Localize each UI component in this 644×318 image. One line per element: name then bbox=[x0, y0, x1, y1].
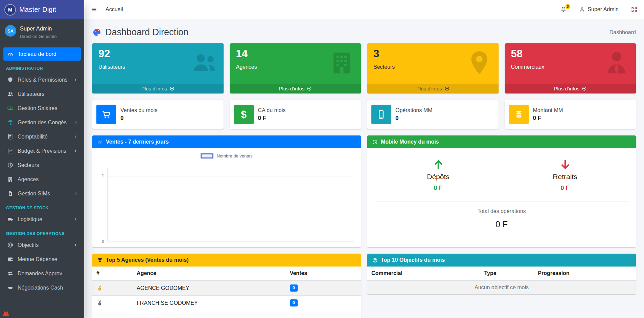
chart-line-icon bbox=[97, 139, 103, 145]
truck-icon bbox=[6, 216, 15, 222]
sidebar-item-utilisateurs[interactable]: Utilisateurs bbox=[3, 87, 81, 101]
arrow-up-icon bbox=[375, 158, 502, 171]
sidebar-item-logistique[interactable]: Logistique bbox=[3, 213, 81, 226]
sales-chart-header: Ventes - 7 derniers jours bbox=[92, 135, 361, 148]
user-name: Super Admin bbox=[20, 25, 56, 32]
handshake-icon bbox=[6, 284, 15, 291]
sidebar-item-agences[interactable]: Agences bbox=[3, 173, 81, 186]
users-icon bbox=[6, 91, 15, 97]
legend-swatch bbox=[201, 153, 213, 158]
sidebar-item-secteurs[interactable]: Secteurs bbox=[3, 158, 81, 172]
user-role: Direction Générale bbox=[20, 34, 56, 39]
total-operations-value: 0 F bbox=[375, 219, 628, 229]
trophy-icon bbox=[97, 257, 103, 263]
silver-medal-icon bbox=[96, 300, 103, 306]
arrow-circle-right-icon bbox=[307, 86, 312, 91]
sidebar-item-gestion-salaires[interactable]: Gestion Salaires bbox=[3, 102, 81, 115]
sidebar-item-menue-depense[interactable]: Menue Dépense bbox=[3, 253, 81, 266]
sim-card-icon bbox=[6, 190, 15, 197]
sidebar-item-demandes-approv[interactable]: Demandes Approv. bbox=[3, 267, 81, 280]
more-info-link[interactable]: Plus d'infos bbox=[230, 84, 361, 93]
sidebar-menu: Tableau de bord ADMINISTRATION Rôles & P… bbox=[0, 44, 84, 318]
main-area: Accueil 3 Super Admin bbox=[84, 0, 644, 318]
mobile-icon bbox=[371, 105, 391, 124]
info-box-ventes-du-mois: Ventes du mois 0 bbox=[92, 100, 224, 129]
sidebar: M Master Digit SA Super Admin Direction … bbox=[0, 0, 84, 318]
stat-card-utilisateurs: 92 Utilisateurs Plus d'infos bbox=[92, 43, 224, 93]
wallet-icon bbox=[6, 256, 15, 262]
chevron-left-icon bbox=[73, 217, 78, 222]
agence-name: FRANCHISE GODOMEY bbox=[133, 296, 286, 311]
sidebar-section-gestion-operations: GESTION DES OPERATIONS bbox=[3, 227, 81, 238]
sidebar-item-comptabilite[interactable]: Comptabilité bbox=[3, 130, 81, 143]
sidebar-item-negociations-cash[interactable]: Négociations Cash bbox=[3, 281, 81, 294]
chevron-left-icon bbox=[73, 191, 78, 196]
user-menu[interactable]: Super Admin bbox=[579, 6, 619, 13]
sidebar-item-tableau-de-bord[interactable]: Tableau de bord bbox=[3, 47, 81, 61]
gauge-icon bbox=[6, 51, 15, 57]
top-objectifs-table: Commercial Type Progression Aucun object… bbox=[367, 267, 636, 294]
arrow-circle-right-icon bbox=[582, 86, 587, 91]
sidebar-section-gestion-stock: GESTION DE STOCK bbox=[3, 201, 81, 213]
arrow-circle-right-icon bbox=[444, 86, 450, 91]
agence-name: AGENCE GODOMEY bbox=[133, 280, 286, 296]
info-box-operations-mm: Opérations MM 0 bbox=[367, 100, 499, 129]
sidebar-item-roles-permissions[interactable]: Rôles & Permissions bbox=[3, 73, 81, 86]
ventes-badge: 0 bbox=[290, 284, 298, 292]
content: Dashboard Direction Dashboard 92 Utilisa… bbox=[84, 19, 644, 318]
bullseye-icon bbox=[6, 242, 15, 248]
column-header-rank: # bbox=[92, 267, 133, 280]
user-tie-icon bbox=[603, 49, 630, 77]
chevron-left-icon bbox=[73, 242, 78, 248]
menu-toggle-icon[interactable] bbox=[91, 6, 102, 13]
table-row: AGENCE GODOMEY 0 bbox=[92, 280, 361, 296]
page-header: Dashboard Direction Dashboard bbox=[92, 27, 636, 38]
debugbar-toggle-icon[interactable] bbox=[2, 309, 10, 317]
fullscreen-button[interactable] bbox=[631, 6, 638, 13]
user-panel[interactable]: SA Super Admin Direction Générale bbox=[0, 19, 84, 44]
users-icon bbox=[190, 49, 218, 77]
sidebar-item-gestion-conges[interactable]: Gestion des Congés bbox=[3, 116, 81, 129]
arrow-circle-right-icon bbox=[169, 86, 175, 91]
more-info-link[interactable]: Plus d'infos bbox=[367, 84, 499, 93]
stat-card-secteurs: 3 Secteurs Plus d'infos bbox=[367, 43, 499, 93]
chart-legend[interactable]: Nombre de ventes bbox=[92, 148, 361, 158]
column-header-progression: Progression bbox=[534, 267, 636, 280]
coins-icon bbox=[509, 105, 529, 124]
home-link[interactable]: Accueil bbox=[106, 6, 123, 13]
building-icon bbox=[6, 176, 15, 183]
notifications-button[interactable]: 3 bbox=[560, 6, 567, 13]
dollar-icon: $ bbox=[234, 105, 254, 124]
chart-plot-area: 1 0 bbox=[107, 168, 354, 241]
brand[interactable]: M Master Digit bbox=[0, 0, 84, 19]
withdrawals-block: Retraits 0 F bbox=[502, 158, 628, 192]
sidebar-section-administration: ADMINISTRATION bbox=[3, 62, 81, 73]
bullseye-icon bbox=[372, 257, 378, 263]
top-objectifs-card: Top 10 Objectifs du mois Commercial Type… bbox=[367, 254, 636, 294]
info-box-ca-du-mois: $ CA du mois 0 F bbox=[230, 100, 361, 129]
top-navbar: Accueil 3 Super Admin bbox=[84, 0, 644, 19]
stat-card-commerciaux: 58 Commerciaux Plus d'infos bbox=[505, 43, 636, 93]
app-root: M Master Digit SA Super Admin Direction … bbox=[0, 0, 644, 318]
y-tick-min: 0 bbox=[102, 239, 104, 244]
mobile-money-card: Mobile Money du mois Dépôts 0 F Retrai bbox=[367, 135, 636, 247]
deposits-value: 0 F bbox=[375, 185, 502, 192]
table-row: FRANCHISE GODOMEY 0 bbox=[92, 296, 361, 311]
exchange-icon bbox=[6, 270, 15, 277]
brand-title: Master Digit bbox=[19, 6, 56, 14]
chevron-left-icon bbox=[73, 148, 78, 153]
sidebar-item-gestion-sims[interactable]: Gestion SIMs bbox=[3, 187, 81, 200]
info-box-montant-mm: Montant MM 0 F bbox=[505, 100, 636, 129]
map-marker-icon bbox=[465, 49, 493, 77]
sidebar-item-objectifs[interactable]: Objectifs bbox=[3, 238, 81, 252]
chevron-left-icon bbox=[73, 77, 78, 82]
shield-icon bbox=[6, 77, 15, 83]
column-header-agence: Agence bbox=[133, 267, 286, 280]
charts-row: Ventes - 7 derniers jours Nombre de vent… bbox=[92, 135, 636, 247]
more-info-link[interactable]: Plus d'infos bbox=[92, 84, 224, 93]
user-icon bbox=[579, 6, 585, 13]
more-info-link[interactable]: Plus d'infos bbox=[505, 84, 636, 93]
clock-icon bbox=[372, 139, 378, 145]
brand-logo: M bbox=[4, 4, 16, 16]
sidebar-item-budget-previsions[interactable]: Budget & Prévisions bbox=[3, 144, 81, 157]
